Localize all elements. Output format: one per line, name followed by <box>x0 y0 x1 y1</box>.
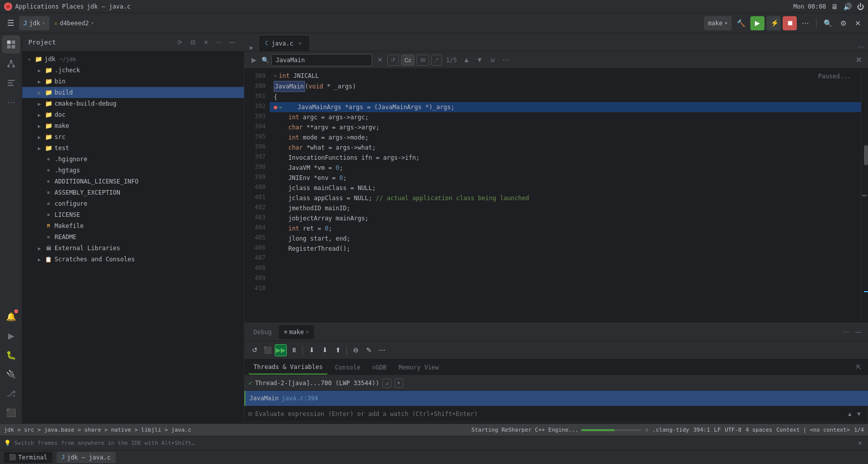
gdb-tab[interactable]: ⊡ GDB <box>368 360 392 375</box>
search-input[interactable] <box>271 54 372 66</box>
tree-item-src[interactable]: ▶ 📁 src <box>22 131 244 143</box>
match-case-btn[interactable]: Cc <box>401 55 415 66</box>
memory-view-tab[interactable]: Memory View <box>394 360 444 375</box>
run-debug-button[interactable]: ▶ <box>750 16 764 30</box>
java-c-tab[interactable]: C java.c × <box>259 35 310 51</box>
debug-panel-options[interactable]: ⋯ <box>841 327 852 338</box>
tree-item-build[interactable]: ▶ 📁 build <box>22 87 244 98</box>
debug-tab-debug[interactable]: Debug <box>248 325 277 339</box>
tree-item-bin[interactable]: ▶ 📁 bin <box>22 76 244 87</box>
search-more-btn[interactable]: ⋯ <box>500 55 512 66</box>
terminal-button[interactable]: ⬛ <box>2 403 20 422</box>
tree-item-doc[interactable]: ▶ 📁 doc <box>22 109 244 120</box>
close-ide-button[interactable]: ✕ <box>852 16 864 30</box>
tree-item-configure[interactable]: ▶ ≡ configure <box>22 198 244 209</box>
encoding[interactable]: UTF-8 <box>725 427 741 433</box>
resharper-settings-icon[interactable]: ⚙ <box>645 427 648 433</box>
whole-word-btn[interactable]: W <box>417 55 429 66</box>
filter-results-btn[interactable]: ⊎ <box>487 55 498 66</box>
clang-tidy[interactable]: .clang-tidy <box>652 427 689 433</box>
tree-item-readme[interactable]: ▶ ≡ README <box>22 231 244 243</box>
build-button[interactable]: 🔨 <box>734 16 748 30</box>
tree-item-make[interactable]: ▶ 📁 make <box>22 120 244 131</box>
more-tools-button[interactable]: ⋯ <box>2 93 20 111</box>
collapse-all-btn[interactable]: ⊟ <box>187 37 198 48</box>
console-tab[interactable]: Console <box>330 360 366 375</box>
menu-button[interactable]: ☰ <box>4 16 17 30</box>
plugins-button[interactable]: 🔌 <box>2 365 20 383</box>
settings-button[interactable]: ⚙ <box>837 16 850 30</box>
places-menu[interactable]: Places <box>62 3 84 10</box>
tree-item-license-info[interactable]: ▶ ≡ ADDITIONAL_LICENSE_INFO <box>22 176 244 187</box>
regex-btn[interactable]: .* <box>431 55 442 66</box>
expand-tabs-btn[interactable]: ▶ <box>244 44 259 51</box>
edit-code-btn[interactable]: ✎ <box>363 344 375 356</box>
threads-variables-tab[interactable]: Threads & Variables <box>248 360 328 375</box>
tree-item-hgignore[interactable]: ▶ ≡ .hgignore <box>22 154 244 165</box>
eval-history-next[interactable]: ▼ <box>854 409 863 419</box>
structure-button[interactable] <box>2 74 20 92</box>
frame-item[interactable]: JavaMain java.c:394 <box>244 391 868 406</box>
thread-filter-btn[interactable]: ⊿ <box>382 379 391 388</box>
tree-item-scratches[interactable]: ▶ 📋 Scratches and Consoles <box>22 254 244 265</box>
close-panel-btn[interactable]: ✕ <box>200 37 212 48</box>
search-refresh-btn[interactable]: ↺ <box>387 55 399 66</box>
indent-spaces[interactable]: 4 spaces <box>745 427 772 433</box>
make-config-dropdown[interactable]: make ▾ <box>704 16 732 30</box>
code-content[interactable]: Paused... ↪ int JNICALL JavaMain(void * … <box>270 69 861 322</box>
tree-item-ext-libs[interactable]: ▶ 🏛 External Libraries <box>22 243 244 254</box>
tree-item-jcheck[interactable]: ▶ 📁 .jcheck <box>22 65 244 76</box>
tree-item-test[interactable]: ▶ 📁 test <box>22 143 244 154</box>
tree-item-assembly[interactable]: ▶ ≡ ASSEMBLY_EXCEPTION <box>22 187 244 198</box>
tree-item-license[interactable]: ▶ ≡ LICENSE <box>22 209 244 220</box>
editor-options-btn[interactable]: ⋯ <box>855 43 868 51</box>
project-view-button[interactable] <box>2 35 20 54</box>
tree-item-cmake[interactable]: ▶ 📁 cmake-build-debug <box>22 98 244 109</box>
thread-dropdown-btn[interactable]: ▾ <box>394 379 403 388</box>
tab-close-btn[interactable]: × <box>296 40 303 47</box>
pause-debug-btn[interactable]: ⏸ <box>288 344 300 356</box>
project-dropdown[interactable]: J jdk ▾ <box>19 16 49 30</box>
step-over-btn[interactable]: ⬇ <box>305 344 318 356</box>
search-clear-btn[interactable]: ✕ <box>374 55 385 66</box>
mute-breakpoints-btn[interactable]: ⊖ <box>349 344 362 356</box>
hint-close-btn[interactable]: ✕ <box>856 439 864 447</box>
terminal-tab[interactable]: ⬛ Terminal <box>4 452 53 463</box>
prev-result-btn[interactable]: ▲ <box>461 55 472 66</box>
tree-item-hgtags[interactable]: ▶ ≡ .hgtags <box>22 165 244 176</box>
branch-indicator[interactable]: ⚠ d4beeed2 ▾ <box>52 16 97 30</box>
tree-root[interactable]: ▾ 📁 jdk ~/jdk <box>22 54 244 65</box>
jdk-tab[interactable]: J jdk – java.c <box>57 452 116 463</box>
next-result-btn[interactable]: ▼ <box>474 55 485 66</box>
minimize-panel-btn[interactable]: — <box>227 37 238 48</box>
eval-input[interactable] <box>255 410 845 417</box>
panel-options-btn[interactable]: ⋯ <box>214 37 225 48</box>
context-info[interactable]: Context | <no context> <box>776 427 850 433</box>
debug-tab-make[interactable]: ⚒ make ✕ <box>279 325 314 339</box>
debug-panel-minimize[interactable]: — <box>853 327 864 338</box>
app-menu[interactable]: Applications <box>15 3 59 10</box>
line-ending[interactable]: LF <box>714 427 721 433</box>
run-button[interactable]: ▶ <box>2 327 20 345</box>
expand-search-btn[interactable]: ▶ <box>248 55 260 66</box>
vcs-button[interactable] <box>2 55 20 73</box>
vertical-scrollbar[interactable] <box>864 145 868 165</box>
close-search-btn[interactable]: ✕ <box>853 55 864 66</box>
stop-debug-btn[interactable]: ⬛ <box>262 344 274 356</box>
notifications-button[interactable]: 🔔 <box>2 307 20 326</box>
profile-button[interactable]: ⚡ <box>767 16 781 30</box>
expand-vars-btn[interactable]: ⇱ <box>853 362 864 373</box>
debug-activity-button[interactable]: 🐛 <box>2 346 20 364</box>
step-into-btn[interactable]: ⬇ <box>319 344 331 356</box>
step-out-btn[interactable]: ⬆ <box>332 344 344 356</box>
resume-debug-btn[interactable]: ▶▶ <box>275 344 287 356</box>
stop-button[interactable]: ⏹ <box>783 16 797 30</box>
tree-item-makefile[interactable]: ▶ M Makefile <box>22 220 244 231</box>
eval-history-prev[interactable]: ▲ <box>845 409 854 419</box>
git-button[interactable]: ⎇ <box>2 384 20 402</box>
make-tab-close[interactable]: ✕ <box>306 329 309 335</box>
more-actions-button[interactable]: ⋯ <box>799 16 812 30</box>
restart-debug-btn[interactable]: ↺ <box>248 344 261 356</box>
more-debug-btn[interactable]: ⋯ <box>376 344 388 356</box>
breadcrumb[interactable]: jdk > src > java.base > share > native >… <box>4 427 191 433</box>
